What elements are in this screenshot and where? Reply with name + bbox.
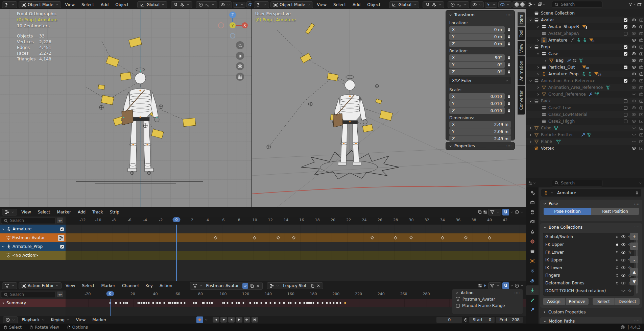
eye-closed-icon[interactable]	[631, 139, 636, 144]
current-frame-chip[interactable]: 0	[173, 217, 181, 222]
properties-subpanel-collapsed[interactable]: Properties::::	[446, 142, 515, 150]
keyframe-dot[interactable]	[203, 302, 205, 304]
keyframe-dot[interactable]	[180, 302, 183, 304]
dope-editor-type-button[interactable]	[2, 282, 17, 289]
play-reverse-button[interactable]	[228, 317, 235, 323]
gizmos-toggle[interactable]	[233, 2, 245, 8]
visibility-dropdown[interactable]	[471, 1, 484, 8]
assign-button[interactable]: Assign	[543, 298, 565, 305]
camera-icon[interactable]	[639, 51, 644, 56]
bone-collection-row[interactable]: IK Lower☆	[543, 264, 634, 272]
nla-snapping-toggle[interactable]	[502, 209, 509, 215]
caret-right-icon[interactable]	[1, 301, 5, 305]
expand-caret-icon[interactable]	[529, 18, 532, 22]
eye-closed-icon[interactable]	[631, 126, 636, 130]
checkbox-unchecked-icon[interactable]	[623, 119, 628, 124]
expand-caret-icon[interactable]	[529, 99, 532, 103]
checkbox-checked-icon[interactable]	[623, 79, 628, 83]
checkbox-checked-icon[interactable]	[60, 245, 64, 249]
checkbox-unchecked-icon[interactable]	[456, 304, 460, 308]
checkbox-unchecked-icon[interactable]	[623, 31, 628, 36]
tab-world[interactable]	[526, 236, 539, 246]
nla-channel-postman-avatar[interactable]: Postman_Avatar	[0, 233, 66, 242]
chevron-down-icon[interactable]	[543, 226, 547, 229]
bone-collection-row[interactable]: Deformation Bones☆	[543, 279, 634, 287]
bone-collection-row[interactable]: IK Upper☆	[543, 256, 634, 264]
eye-icon[interactable]	[621, 250, 626, 255]
lock-icon[interactable]	[507, 95, 511, 99]
checkbox-unchecked-icon[interactable]	[623, 106, 628, 110]
collapse-caret-icon[interactable]	[529, 133, 532, 137]
overlays-toggle[interactable]	[498, 1, 511, 8]
keyframe-dot[interactable]	[163, 302, 166, 304]
menu-select[interactable]: Select	[79, 2, 97, 8]
outliner-item-plane[interactable]: Plane	[526, 138, 644, 145]
checkbox-unchecked-icon[interactable]	[623, 112, 628, 117]
play-button[interactable]	[236, 317, 242, 323]
nla-editor-type-button[interactable]	[2, 209, 17, 215]
push-down-icon[interactable]	[478, 210, 482, 214]
bone-collection-row[interactable]: FK Lower☆	[543, 249, 634, 256]
falloff-icon[interactable]	[515, 210, 519, 214]
specials-menu-button[interactable]: ⌄	[630, 256, 638, 263]
eye-icon[interactable]	[631, 105, 636, 110]
tab-output[interactable]	[526, 207, 539, 217]
dope-menu-view[interactable]: View	[63, 283, 78, 289]
keyframe-diamond[interactable]	[371, 236, 374, 239]
grid-icon[interactable]	[483, 210, 487, 214]
nla-channel-armature[interactable]: Armature	[0, 225, 66, 233]
mode-dropdown[interactable]: Object Mode	[270, 1, 313, 8]
menu-object[interactable]: Object	[113, 2, 131, 8]
keyframe-diamond[interactable]	[292, 236, 295, 239]
nla-menu-add[interactable]: Add	[75, 209, 88, 215]
lock-icon[interactable]	[507, 56, 511, 60]
transform-field[interactable]: Y0 m	[449, 33, 505, 40]
outliner-item-back[interactable]: Back	[526, 98, 644, 104]
unlink-icon[interactable]	[256, 284, 260, 288]
layers-icon[interactable]	[478, 284, 482, 288]
jump-to-start-button[interactable]	[213, 317, 219, 323]
editor-type-button[interactable]	[254, 1, 269, 8]
keyframe-dot[interactable]	[184, 302, 186, 304]
collapse-caret-icon[interactable]	[529, 126, 532, 130]
chevron-down-icon[interactable]	[520, 210, 524, 214]
menu-select[interactable]: Select	[331, 2, 349, 8]
keyframe-dot[interactable]	[312, 302, 315, 304]
visibility-dropdown[interactable]	[219, 1, 232, 8]
keyframe-diamond[interactable]	[409, 236, 413, 239]
transform-field[interactable]: Y0.010	[449, 100, 505, 107]
expand-caret-icon[interactable]	[1, 227, 5, 231]
action-selector[interactable]: Postman_Avatar	[190, 282, 263, 290]
keyframe-diamond[interactable]	[464, 236, 468, 239]
object-breadcrumb[interactable]: Armature	[541, 189, 641, 197]
collapse-caret-icon[interactable]	[529, 140, 532, 144]
nla-menu-select[interactable]: Select	[35, 209, 53, 215]
outliner-item-ground-reference[interactable]: Ground_Reference	[526, 91, 644, 98]
eye-icon[interactable]	[631, 18, 636, 22]
nla-menu-view[interactable]: View	[19, 209, 33, 215]
keyframe-diamond[interactable]	[214, 236, 217, 239]
camera-view-icon[interactable]	[236, 62, 244, 70]
next-keyframe-button[interactable]	[244, 317, 250, 323]
tab-bone-constraint[interactable]	[526, 305, 539, 315]
keyframe-dot-selected[interactable]	[344, 302, 346, 304]
mode-dropdown[interactable]: Object Mode	[19, 1, 61, 8]
transform-field[interactable]: Y0°	[449, 61, 505, 68]
gizmos-toggle[interactable]	[485, 2, 497, 8]
menu-view[interactable]: View	[63, 2, 77, 8]
solo-dot-icon[interactable]	[616, 236, 618, 238]
keyframe-dot[interactable]	[294, 302, 296, 304]
solo-dot-icon[interactable]	[616, 282, 618, 284]
outliner-item-avatar[interactable]: Avatar	[526, 17, 644, 23]
keyframe-diamond[interactable]	[488, 236, 491, 239]
nla-search-input[interactable]	[10, 218, 53, 223]
properties-search-input[interactable]	[561, 181, 600, 185]
keyframe-dot[interactable]	[274, 302, 276, 304]
keyframe-dot[interactable]	[126, 302, 128, 304]
outliner-item-animation-area-reference[interactable]: Animation_Area_Reference	[526, 84, 644, 91]
collapse-caret-icon[interactable]	[536, 66, 540, 69]
keyframe-diamond[interactable]	[441, 236, 444, 239]
keyframe-dot[interactable]	[283, 302, 285, 304]
keyframe-dot[interactable]	[115, 302, 117, 304]
chevron-down-icon[interactable]	[510, 210, 514, 214]
